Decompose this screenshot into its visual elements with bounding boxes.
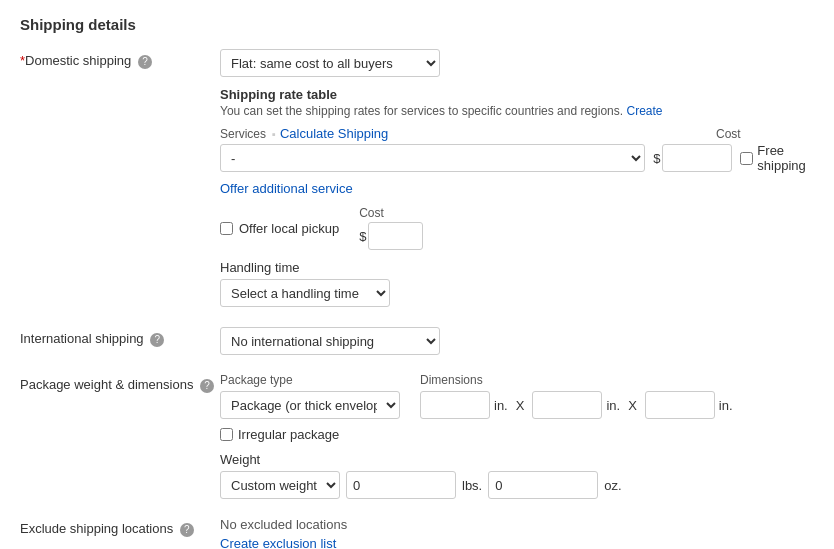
package-section: Package weight & dimensions ? Package ty… [20, 373, 814, 499]
no-excluded-text: No excluded locations [220, 517, 814, 532]
services-select[interactable]: - USPS Priority Mail USPS First Class UP… [220, 144, 645, 172]
shipping-rate-table: Shipping rate table You can set the ship… [220, 87, 831, 307]
dim1-input[interactable] [420, 391, 490, 419]
offer-additional-link[interactable]: Offer additional service [220, 181, 353, 196]
dim3-input[interactable] [645, 391, 715, 419]
weight-lbs-unit: lbs. [462, 478, 482, 493]
package-label: Package weight & dimensions ? [20, 373, 220, 393]
free-shipping-checkbox[interactable] [740, 152, 753, 165]
exclude-help-icon[interactable]: ? [180, 523, 194, 537]
local-cost-section: Cost $ [359, 206, 423, 250]
weight-oz-input[interactable] [488, 471, 598, 499]
pkg-type-label: Package type [220, 373, 400, 387]
handling-time-section: Handling time Select a handling time Sam… [220, 260, 831, 307]
international-shipping-section: International shipping ? No internationa… [20, 327, 814, 355]
exclude-section: Exclude shipping locations ? No excluded… [20, 517, 814, 549]
domestic-help-icon[interactable]: ? [138, 55, 152, 69]
dimensions-col: Dimensions in. X in. X in. [420, 373, 733, 419]
local-pickup-label: Offer local pickup [239, 221, 339, 236]
dimensions-label: Dimensions [420, 373, 733, 387]
pkg-type-col: Package type Package (or thick envelope)… [220, 373, 400, 419]
local-pickup-checkbox[interactable] [220, 222, 233, 235]
handling-time-label: Handling time [220, 260, 831, 275]
weight-section: Weight Custom weight 1 lb. 2 lbs. 5 lbs.… [220, 452, 814, 499]
weight-label: Weight [220, 452, 814, 467]
shipping-rate-title: Shipping rate table [220, 87, 831, 102]
local-cost-input[interactable] [368, 222, 423, 250]
free-shipping-checkbox-label[interactable]: Free shipping [740, 143, 830, 173]
cost-header-label: Cost [716, 127, 831, 141]
package-help-icon[interactable]: ? [200, 379, 214, 393]
domestic-shipping-content: Flat: same cost to all buyers Calculated… [220, 49, 831, 309]
shipping-rate-desc: You can set the shipping rates for servi… [220, 104, 831, 118]
pkg-type-select[interactable]: Package (or thick envelope) Large envelo… [220, 391, 400, 419]
calculate-shipping-link[interactable]: Calculate Shipping [280, 126, 388, 141]
exclude-label: Exclude shipping locations ? [20, 517, 220, 537]
domestic-shipping-label: *Domestic shipping ? [20, 49, 220, 69]
domestic-shipping-section: *Domestic shipping ? Flat: same cost to … [20, 49, 814, 309]
domestic-shipping-select[interactable]: Flat: same cost to all buyers Calculated… [220, 49, 440, 77]
cost-input-section: $ [653, 144, 732, 172]
irregular-label: Irregular package [238, 427, 339, 442]
create-shipping-link[interactable]: Create [626, 104, 662, 118]
pkg-type-dimensions-row: Package type Package (or thick envelope)… [220, 373, 814, 419]
international-help-icon[interactable]: ? [150, 333, 164, 347]
local-pickup-row: Offer local pickup Cost $ [220, 206, 831, 250]
weight-lbs-input[interactable] [346, 471, 456, 499]
page-title: Shipping details [20, 16, 814, 33]
irregular-row: Irregular package [220, 427, 814, 442]
offer-additional-service: Offer additional service [220, 181, 831, 196]
cost-input[interactable] [662, 144, 732, 172]
package-content: Package type Package (or thick envelope)… [220, 373, 814, 499]
weight-inputs: Custom weight 1 lb. 2 lbs. 5 lbs. lbs. o… [220, 471, 814, 499]
international-shipping-label: International shipping ? [20, 327, 220, 347]
services-header-row: Services ▪ Calculate Shipping Cost [220, 126, 831, 141]
handling-time-select[interactable]: Select a handling time Same day 1 busine… [220, 279, 390, 307]
create-exclusion-link[interactable]: Create exclusion list [220, 536, 336, 549]
irregular-checkbox[interactable] [220, 428, 233, 441]
exclude-content: No excluded locations Create exclusion l… [220, 517, 814, 549]
dim2-input[interactable] [532, 391, 602, 419]
services-input-row: - USPS Priority Mail USPS First Class UP… [220, 143, 831, 173]
international-shipping-content: No international shipping Flat: same cos… [220, 327, 814, 355]
dimensions-inputs: in. X in. X in. [420, 391, 733, 419]
weight-oz-unit: oz. [604, 478, 621, 493]
local-cost-label: Cost [359, 206, 423, 220]
weight-select[interactable]: Custom weight 1 lb. 2 lbs. 5 lbs. [220, 471, 340, 499]
international-shipping-select[interactable]: No international shipping Flat: same cos… [220, 327, 440, 355]
services-label: Services [220, 127, 266, 141]
